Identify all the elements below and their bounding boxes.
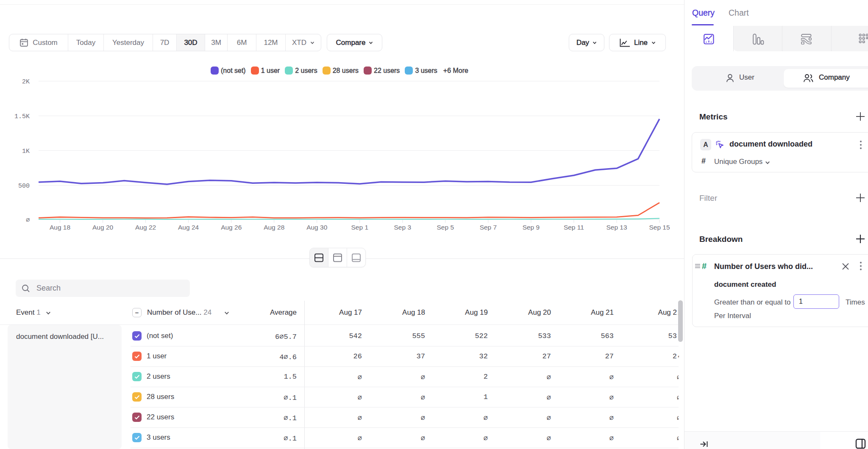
svg-text:Aug 24: Aug 24: [178, 224, 199, 231]
svg-text:Sep 3: Sep 3: [394, 224, 412, 231]
svg-text:Sep 7: Sep 7: [480, 224, 497, 231]
svg-text:Sep 5: Sep 5: [437, 224, 454, 231]
svg-text:500: 500: [18, 183, 30, 190]
svg-text:Aug 30: Aug 30: [306, 224, 328, 231]
svg-text:Sep 13: Sep 13: [606, 224, 627, 231]
svg-text:Aug 20: Aug 20: [92, 224, 114, 231]
svg-text:1K: 1K: [22, 148, 30, 155]
svg-text:Sep 9: Sep 9: [523, 224, 540, 231]
svg-text:∅: ∅: [26, 217, 30, 224]
svg-text:Aug 26: Aug 26: [221, 224, 242, 231]
svg-text:1.5K: 1.5K: [14, 113, 30, 120]
svg-text:Sep 1: Sep 1: [351, 224, 369, 231]
svg-text:Sep 11: Sep 11: [564, 224, 584, 231]
svg-text:Sep 15: Sep 15: [649, 224, 670, 231]
svg-text:Aug 28: Aug 28: [264, 224, 284, 231]
svg-text:Aug 18: Aug 18: [50, 224, 70, 231]
svg-text:2K: 2K: [22, 78, 30, 86]
svg-text:Aug 22: Aug 22: [135, 224, 156, 231]
